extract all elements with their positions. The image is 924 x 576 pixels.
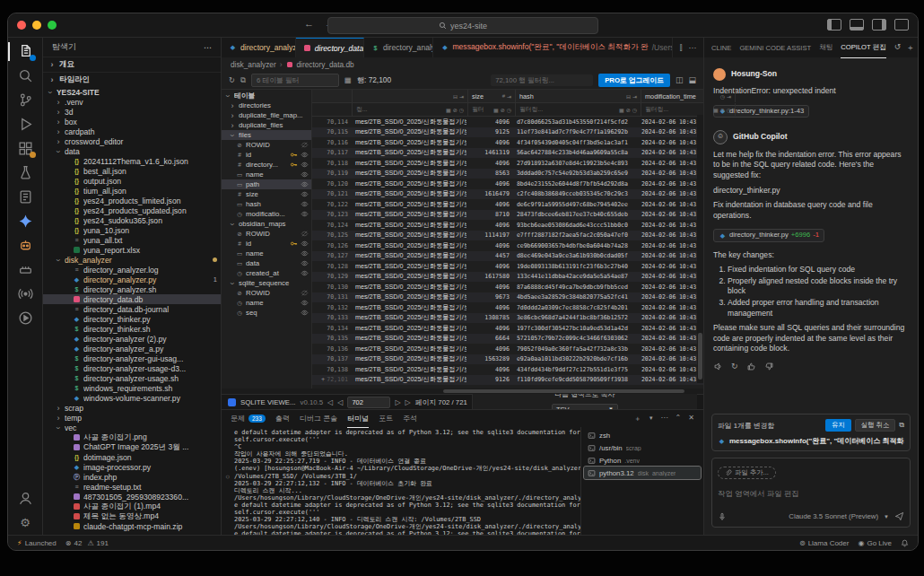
cell[interactable]: ce9b669003657b4dbfbe0a6044b74a28 (513, 242, 638, 249)
eye-icon[interactable] (301, 240, 309, 248)
cell[interactable]: d7c80d66253ad31b453550f214f5cfd2 (513, 118, 638, 126)
cell[interactable]: mes/2TB_SSD/0_2025/신화동물접기/보도자료/리소... (352, 354, 466, 363)
tree-item[interactable]: ◆directory_analyzer.py1 (43, 275, 221, 284)
cell[interactable]: 2024-02-06 10:43:48.310000 (638, 211, 703, 218)
refresh-icon[interactable]: ↻ (229, 75, 235, 84)
table-row[interactable]: 70,116mes/2TB_SSD/0_2025/신화동물접기/보도자료/리소.… (312, 137, 703, 148)
grid-column-filter[interactable]: 필터▦⊘◷ (468, 103, 516, 116)
command-center-search[interactable]: yes24-site (327, 17, 598, 34)
mic-icon[interactable] (718, 512, 727, 521)
cell[interactable]: 79052f049a0c360ffa5a42f732a8c33b (513, 345, 638, 353)
tree-item[interactable]: ◆windows-volume-scanner.py (43, 393, 221, 403)
schema-item[interactable]: ◷modificatio... (222, 209, 311, 219)
minimize-window-icon[interactable] (32, 21, 41, 30)
launched-status[interactable]: ⚡ Launched (17, 539, 57, 547)
problems-status[interactable]: ⊗42 ⚠191 (65, 539, 109, 547)
cell[interactable]: 8bd4e231552e6044d8f7bfb54d292d8a (513, 180, 638, 188)
tree-item[interactable]: {}tium_all.json (43, 186, 221, 196)
cell[interactable]: e92a0aa1011bd30222b2920bde7cf16b (513, 355, 638, 362)
cell[interactable]: mes/2TB_SSD/0_2025/신화동물접기/보도자료/리소... (352, 189, 466, 198)
table-row[interactable]: 70,136mes/2TB_SSD/0_2025/신화동물접기/보도자료/리소.… (312, 344, 703, 354)
cell[interactable]: 4096 (466, 345, 513, 353)
tree-item[interactable]: {}best_all.json (43, 166, 221, 176)
schema-item[interactable]: ⊘ROWID (222, 229, 311, 239)
schema-item[interactable]: ▭data (222, 258, 311, 268)
cell[interactable]: mes/2TB_SSD/0_2025/신화동물접기/보도자료/리소... (352, 127, 466, 136)
table-row[interactable]: 70,127mes/2TB_SSD/0_2025/신화동물접기/보도자료/리소.… (312, 251, 703, 262)
copilot-tab[interactable]: GEMINI CODE ASSIST (739, 38, 811, 57)
tree-item[interactable]: ›crossword_editor (43, 136, 221, 146)
cell[interactable]: 2024-02-06 10:43:48.610000 (638, 252, 703, 259)
copy-icon[interactable]: ⧉ (240, 75, 246, 85)
cell[interactable]: 70,131 (312, 293, 352, 301)
table-row[interactable]: 70,128mes/2TB_SSD/0_2025/신화동물접기/보도자료/리소.… (312, 261, 703, 272)
cell[interactable]: 8563 (466, 170, 513, 177)
editor-tab[interactable]: $directory_analyzer.sh (364, 38, 434, 57)
eye-off-icon[interactable] (301, 289, 309, 297)
send-icon[interactable] (894, 511, 904, 521)
tree-item[interactable]: $directory-analyzer-usage.sh (43, 373, 221, 383)
diff-icon[interactable]: ⧉ (899, 421, 904, 430)
cell[interactable]: 4096 (466, 180, 513, 188)
cell[interactable]: 2024-02-06 10:43:48.250000 (638, 190, 703, 197)
cell[interactable]: 4096 (466, 263, 513, 270)
table-row[interactable]: 70,118mes/2TB_SSD/0_2025/신화동물접기/보도자료/리소.… (312, 158, 703, 169)
eye-icon[interactable] (301, 210, 309, 218)
page-input[interactable]: 702 (347, 397, 390, 408)
cell[interactable]: mes/2TB_SSD/0_2025/신화동물접기/보도자료/리소... (352, 324, 466, 333)
next-page-icon[interactable]: ▷ (395, 398, 400, 406)
cell[interactable]: 4096 (466, 304, 513, 311)
cell[interactable]: 56ac6427884c233b4d46aa9609a55c8a (513, 149, 638, 156)
copilot-tab[interactable]: 채팅 (819, 38, 832, 57)
cell[interactable]: 2024-02-06 10:43:47.960000 (638, 180, 703, 188)
cell[interactable]: mes/2TB_SSD/0_2025/신화동물접기/보도자료/리소... (352, 262, 466, 271)
chevron-down-icon[interactable]: ▼ (649, 414, 654, 423)
tree-item[interactable]: {}20241112Thema_v1.6_ko.json (43, 156, 221, 166)
pro-upgrade-button[interactable]: PRO로 업그레이드 (598, 74, 670, 87)
tree-item[interactable]: ›temp (43, 413, 221, 423)
panel-tab[interactable]: 디버그 콘솔 (300, 410, 337, 427)
grid-column-filter[interactable]: 링...▦⊘◷ (353, 103, 468, 116)
editor-tab[interactable]: ◆directory_analyzer.py1 (222, 38, 296, 57)
retry-icon[interactable]: ↻ (731, 362, 738, 371)
cell[interactable]: mes/2TB_SSD/0_2025/신화동물접기/보도자료/리소... (352, 313, 466, 322)
table-row[interactable]: 70,138mes/2TB_SSD/0_2025/신화동물접기/보도자료/리소.… (312, 364, 703, 375)
tree-item[interactable]: $directory_analyzer.sh (43, 284, 221, 294)
cell[interactable]: 4096 (466, 284, 513, 291)
schema-item[interactable]: ›duplicate_file_map... (222, 110, 311, 120)
table-row[interactable]: 70,124mes/2TB_SSD/0_2025/신화동물접기/보도자료/리소.… (312, 220, 703, 231)
tree-item[interactable]: ›scrap (43, 403, 221, 413)
table-row[interactable]: 70,122mes/2TB_SSD/0_2025/신화동물접기/보도자료/리소.… (312, 199, 703, 210)
cell[interactable]: 4457 (466, 252, 513, 259)
grid-column-header[interactable]: ⊟⇥ (353, 90, 468, 102)
table-filter-input[interactable]: 6 테이블 필터 (251, 74, 339, 87)
eye-off-icon[interactable] (301, 141, 309, 149)
tree-item[interactable]: ›data (43, 146, 221, 156)
eye-icon[interactable] (301, 151, 309, 159)
tree-item[interactable]: $directory_thinker.sh (43, 324, 221, 334)
keep-button[interactable]: 유지 (825, 419, 851, 432)
cell[interactable]: 2024-02-06 10:43:48.310000 (638, 222, 703, 229)
cell[interactable]: 2024-02-06 10:43:49.240000 (638, 314, 703, 321)
tree-item[interactable]: $directory-analyzer-usage-d3... (43, 363, 221, 373)
table-row[interactable]: 70,130mes/2TB_SSD/0_2025/신화동물접기/보도자료/리소.… (312, 282, 703, 292)
cell[interactable]: 2024-02-06 10:43:47.970000 (638, 170, 703, 177)
chat-input-box[interactable]: 파일 추가... 작업 영역에서 파일 편집 Claude 3.5 Sonnet… (711, 458, 911, 528)
tree-item[interactable]: ChatGPT Image 2025년 3월 ... (43, 442, 221, 452)
cell[interactable]: 2024-02-06 10:43:48.560000 (638, 231, 703, 239)
undo-button[interactable]: 실행 취소 (855, 419, 896, 432)
panel-tab[interactable]: 포트 (379, 410, 393, 427)
cell[interactable]: 4bd5aee3a28529c384b820775a52fc41 (513, 293, 638, 301)
cell[interactable]: e7fff2887182f2aea5fac2c050a47ef0 (513, 231, 638, 239)
table-row[interactable]: 70,115mes/2TB_SSD/0_2025/신화동물접기/보도자료/리소.… (312, 127, 703, 138)
section-timeline[interactable]: ›타임라인 (43, 72, 221, 87)
schema-item[interactable]: ◷created_at (222, 268, 311, 278)
close-panel-icon[interactable]: ✕ (688, 414, 694, 423)
terminal-list-item[interactable]: zsh (584, 429, 701, 441)
cell[interactable]: 70,115 (312, 128, 352, 135)
cell[interactable]: 2024-02-06 10:43:49.570000 (638, 355, 703, 362)
cell[interactable]: 4f34f05439d0405c04ff3bd5e1ac3af1 (513, 139, 638, 146)
cell[interactable]: de6c9f91a59955d497c68be7945402ee (513, 201, 638, 208)
tree-item[interactable]: 487301505_2959308923360... (43, 492, 221, 502)
cell[interactable]: 9673 (466, 293, 513, 301)
